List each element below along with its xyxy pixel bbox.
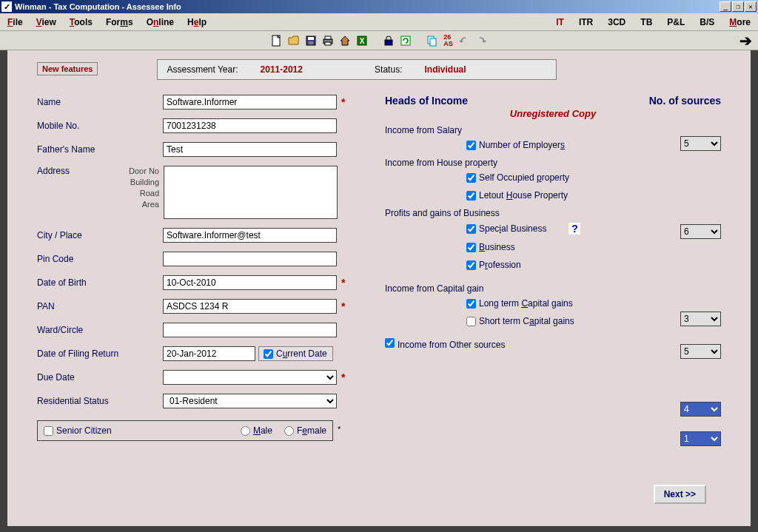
name-label: Name xyxy=(37,97,163,107)
new-features-link[interactable]: New features xyxy=(37,62,98,75)
mobile-input[interactable] xyxy=(163,118,337,133)
status-label: Status: xyxy=(375,64,402,75)
sources-label: No. of sources xyxy=(649,95,721,107)
lock-icon[interactable] xyxy=(383,35,395,47)
other-sources-checkbox[interactable] xyxy=(385,338,395,348)
stcg-checkbox[interactable] xyxy=(466,317,476,326)
business-checkbox[interactable] xyxy=(466,243,476,252)
redo-icon[interactable] xyxy=(475,35,487,47)
toolbar: X 26AS ➔ xyxy=(0,31,758,50)
pan-input[interactable] xyxy=(163,299,337,314)
menu-online[interactable]: Online xyxy=(147,17,174,27)
num-employers-checkbox[interactable] xyxy=(466,141,476,150)
app-icon: ✓ xyxy=(1,1,12,12)
26as-icon[interactable]: 26AS xyxy=(443,35,453,47)
close-button[interactable]: ✕ xyxy=(745,1,757,12)
required-icon: * xyxy=(341,371,345,383)
menu-it[interactable]: IT xyxy=(556,17,564,27)
heads-of-income: Heads of Income No. of sources Unregiste… xyxy=(385,95,721,441)
ltcg-checkbox[interactable] xyxy=(466,299,476,309)
menu-tools[interactable]: Tools xyxy=(70,17,93,27)
business-select[interactable]: 3 xyxy=(680,312,721,326)
business-heading: Profits and gains of Business xyxy=(385,208,721,218)
print-icon[interactable] xyxy=(322,35,334,47)
svg-rect-2 xyxy=(308,37,314,40)
open-icon[interactable] xyxy=(288,35,300,47)
svg-rect-6 xyxy=(325,42,331,45)
ay-label: Assessment Year: xyxy=(167,64,238,75)
res-label: Residential Status xyxy=(37,396,163,406)
menu-forms[interactable]: Forms xyxy=(106,17,133,27)
refresh-icon[interactable] xyxy=(400,35,412,47)
menu-pl[interactable]: P&L xyxy=(667,17,685,27)
dob-label: Date of Birth xyxy=(37,277,163,288)
salary-heading: Income from Salary xyxy=(385,125,721,135)
name-input[interactable] xyxy=(163,95,337,110)
profession-select[interactable]: 5 xyxy=(680,344,721,359)
house-heading: Income from House property xyxy=(385,158,721,168)
menu-tb[interactable]: TB xyxy=(640,17,652,27)
dob-input[interactable] xyxy=(163,275,337,290)
menu-view[interactable]: View xyxy=(36,17,56,27)
female-radio[interactable] xyxy=(284,426,294,436)
next-button[interactable]: Next >> xyxy=(654,485,706,504)
stcg-label: Short term Capital gains xyxy=(479,316,574,326)
excel-icon[interactable]: X xyxy=(356,35,368,47)
copy-icon[interactable] xyxy=(426,35,438,47)
due-date-select[interactable] xyxy=(163,370,337,385)
svg-rect-9 xyxy=(385,40,392,45)
titlebar: ✓ Winman - Tax Computation - Assessee In… xyxy=(0,0,758,13)
ltcg-select[interactable]: 4 xyxy=(680,402,721,417)
senior-citizen-checkbox[interactable] xyxy=(44,426,53,436)
menu-itr[interactable]: ITR xyxy=(579,17,593,27)
city-label: City / Place xyxy=(37,230,163,240)
menu-bs[interactable]: B/S xyxy=(700,17,714,27)
svg-rect-5 xyxy=(325,36,331,39)
assessment-status-box: Assessment Year: 2011-2012 Status: Indiv… xyxy=(157,59,557,80)
undo-icon[interactable] xyxy=(458,35,470,47)
address-input[interactable] xyxy=(164,166,338,219)
next-page-arrow-icon[interactable]: ➔ xyxy=(739,32,752,50)
pan-label: PAN xyxy=(37,301,163,312)
menu-3cd[interactable]: 3CD xyxy=(608,17,625,27)
menu-file[interactable]: File xyxy=(7,17,23,27)
save-icon[interactable] xyxy=(305,35,317,47)
num-employers-label: Number of Employers xyxy=(479,140,565,150)
menu-help[interactable]: Help xyxy=(187,17,207,27)
pin-label: Pin Code xyxy=(37,254,163,264)
home-icon[interactable] xyxy=(339,35,351,47)
required-icon: * xyxy=(341,300,345,312)
city-input[interactable] xyxy=(163,228,337,243)
father-input[interactable] xyxy=(163,142,337,157)
profession-checkbox[interactable] xyxy=(466,260,476,270)
self-occupied-checkbox[interactable] xyxy=(466,173,476,183)
ay-value: 2011-2012 xyxy=(261,64,303,75)
required-icon: * xyxy=(341,96,345,108)
new-icon[interactable] xyxy=(271,35,283,47)
filing-input[interactable] xyxy=(163,346,255,361)
letout-label: Letout House Property xyxy=(479,190,568,201)
ltcg-label: Long term Capital gains xyxy=(479,298,573,309)
num-employers-select[interactable]: 5 xyxy=(680,136,721,151)
maximize-button[interactable]: ❐ xyxy=(732,1,744,12)
current-date-checkbox[interactable] xyxy=(264,349,273,359)
ward-input[interactable] xyxy=(163,323,337,337)
status-value: Individual xyxy=(424,64,466,75)
male-label: Male xyxy=(253,425,272,436)
menu-more[interactable]: More xyxy=(729,17,751,27)
male-radio[interactable] xyxy=(241,426,250,436)
residential-status-select[interactable]: 01-Resident xyxy=(163,394,337,408)
stcg-select[interactable]: 1 xyxy=(680,431,721,446)
minimize-button[interactable]: _ xyxy=(720,1,731,12)
menubar: File View Tools Forms Online Help IT ITR… xyxy=(0,13,758,31)
letout-select[interactable]: 6 xyxy=(680,224,721,239)
content-area: New features Assessment Year: 2011-2012 … xyxy=(0,50,758,532)
letout-checkbox[interactable] xyxy=(466,191,476,201)
special-business-label: Special Business xyxy=(479,223,546,234)
business-label: Business xyxy=(479,242,515,252)
assessee-form: Name * Mobile No. Father's Name Address … xyxy=(37,95,363,441)
help-icon[interactable]: ? xyxy=(568,223,580,235)
special-business-checkbox[interactable] xyxy=(466,224,476,234)
required-icon: * xyxy=(338,425,341,434)
pin-input[interactable] xyxy=(163,252,337,266)
